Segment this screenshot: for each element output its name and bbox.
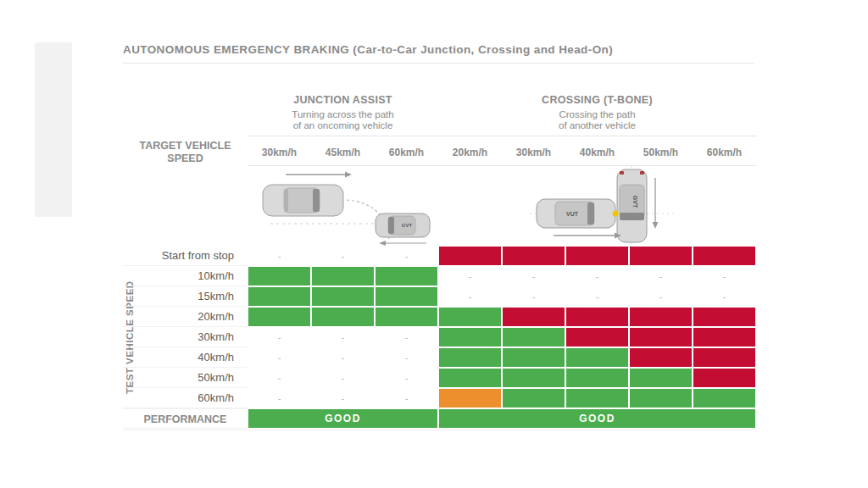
junction-performance-badge: GOOD: [248, 408, 438, 429]
result-cell: [502, 388, 565, 408]
side-placeholder-panel: [35, 42, 72, 217]
result-cell: [629, 246, 693, 266]
column-header: 45km/h: [311, 141, 375, 164]
result-cell: [629, 327, 693, 347]
result-cell: -: [311, 368, 375, 388]
result-cell: [502, 327, 565, 347]
crossing-group-header: CROSSING (T-BONE) Crossing the path of a…: [438, 94, 756, 131]
crossing-group-title: CROSSING (T-BONE): [438, 94, 756, 106]
column-header: 20km/h: [438, 141, 502, 164]
result-cell: -: [693, 266, 756, 286]
result-cell: -: [375, 347, 438, 368]
result-cell: [693, 246, 756, 266]
result-cell: [565, 246, 629, 266]
result-cell: [311, 266, 375, 286]
column-header: 60km/h: [375, 141, 438, 164]
result-cell: -: [502, 266, 565, 286]
result-cell: [375, 307, 438, 327]
table-row: 40km/h---: [123, 347, 756, 368]
column-axis-label: TARGET VEHICLE SPEED: [123, 140, 248, 165]
result-cell: [693, 368, 756, 388]
header-divider-bottom: [248, 165, 756, 166]
result-cell: [248, 286, 311, 307]
result-cell: -: [311, 388, 375, 408]
result-cell: -: [248, 347, 311, 368]
result-cell: [693, 327, 756, 347]
crossing-group-subtitle-1: Crossing the path: [438, 109, 756, 120]
result-cell: -: [629, 286, 693, 307]
result-cell: [311, 307, 375, 327]
crossing-group-subtitle-2: of another vehicle: [438, 120, 756, 131]
result-cell: [375, 266, 438, 286]
vut-car-top-view-horizontal: VUT: [537, 199, 615, 228]
gvt-car-top-view-vertical: GVT: [617, 169, 647, 242]
result-cell: [693, 307, 756, 327]
result-cell: [248, 266, 311, 286]
gvt-label: GVT: [402, 223, 413, 228]
result-cell: [311, 286, 375, 307]
crossing-performance-badge: GOOD: [438, 408, 756, 429]
table-row: 15km/h-----: [123, 286, 756, 307]
column-header: 60km/h: [693, 141, 756, 164]
column-header: 30km/h: [502, 141, 565, 164]
column-header: 30km/h: [248, 141, 311, 164]
result-cell: [693, 388, 756, 408]
junction-group-title: JUNCTION ASSIST: [248, 94, 438, 106]
junction-group-subtitle-1: Turning across the path: [248, 109, 438, 120]
page-title: AUTONOMOUS EMERGENCY BRAKING (Car-to-Car…: [123, 43, 767, 56]
crossing-scenario-diagram: GVT VUT: [530, 166, 678, 246]
result-cell: [502, 347, 565, 368]
result-cell: -: [311, 327, 375, 347]
result-cell: [629, 388, 693, 408]
row-label: 20km/h: [123, 307, 248, 327]
row-label: 30km/h: [123, 327, 248, 347]
table-row: 60km/h---: [123, 388, 756, 408]
performance-row: PERFORMANCE GOOD GOOD: [123, 408, 756, 429]
result-cell: -: [629, 266, 693, 286]
result-cell: [565, 307, 629, 327]
impact-point-dot: [613, 211, 619, 217]
result-cell: -: [438, 266, 502, 286]
result-cell: [502, 246, 565, 266]
result-cell: -: [375, 388, 438, 408]
result-cell: -: [565, 286, 629, 307]
vut-label: VUT: [566, 211, 579, 217]
row-label: 50km/h: [123, 368, 248, 388]
result-cell: -: [502, 286, 565, 307]
result-cell: [693, 347, 756, 368]
row-label: 60km/h: [123, 388, 248, 408]
vut-car-top-view: [263, 185, 343, 216]
junction-group-header: JUNCTION ASSIST Turning across the path …: [248, 94, 438, 131]
result-cell: [375, 286, 438, 307]
table-row: Start from stop---: [123, 246, 756, 266]
result-cell: -: [311, 246, 375, 266]
result-cell: -: [693, 286, 756, 307]
table-row: 20km/h: [123, 307, 756, 327]
junction-group-subtitle-2: of an oncoming vehicle: [248, 120, 438, 131]
result-cell: [502, 307, 565, 327]
table-row: 30km/h---: [123, 327, 756, 347]
row-label: Start from stop: [123, 246, 248, 266]
result-cell: [438, 368, 502, 388]
result-cell: -: [438, 286, 502, 307]
table-bottom-divider: [123, 430, 756, 430]
aeb-results-slide: AUTONOMOUS EMERGENCY BRAKING (Car-to-Car…: [0, 0, 868, 488]
result-cell: -: [248, 368, 311, 388]
result-cell: -: [311, 347, 375, 368]
result-cell: [438, 307, 502, 327]
column-header: 40km/h: [565, 141, 629, 164]
row-label: 40km/h: [123, 347, 248, 368]
result-cell: [629, 347, 693, 368]
result-cell: [438, 327, 502, 347]
gvt-travel-arrow: [653, 178, 659, 229]
result-cell: [629, 307, 693, 327]
result-cell: -: [248, 388, 311, 408]
row-label: 15km/h: [123, 286, 248, 307]
result-cell: [565, 327, 629, 347]
gvt-label: GVT: [632, 196, 638, 208]
result-cell: -: [375, 368, 438, 388]
result-cell: [629, 368, 693, 388]
vut-travel-arrow: [286, 172, 352, 178]
result-cell: [565, 388, 629, 408]
result-cell: [438, 246, 502, 266]
